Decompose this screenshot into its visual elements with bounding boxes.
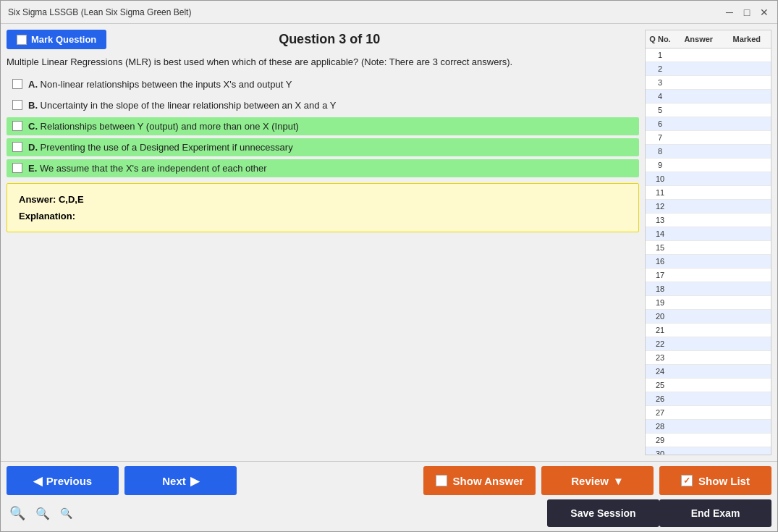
side-cell-answer: [675, 227, 723, 240]
side-cell-num: 2: [646, 62, 675, 75]
side-row-9[interactable]: 9: [646, 159, 771, 172]
side-row-18[interactable]: 18: [646, 282, 771, 296]
side-cell-marked: [723, 255, 771, 268]
side-row-14[interactable]: 14: [646, 227, 771, 241]
option-d-checkbox[interactable]: [12, 142, 22, 152]
side-cell-num: 23: [646, 351, 675, 364]
side-row-20[interactable]: 20: [646, 310, 771, 324]
side-row-2[interactable]: 2: [646, 62, 771, 76]
option-a[interactable]: A. Non-linear relationships between the …: [7, 75, 639, 93]
side-row-21[interactable]: 21: [646, 324, 771, 337]
app-window: Six Sigma LSSGB (Lean Six Sigma Green Be…: [0, 0, 778, 532]
review-button[interactable]: Review ▼: [541, 466, 654, 495]
next-label: Next: [162, 475, 186, 487]
save-session-button[interactable]: Save Session: [547, 499, 659, 527]
side-row-24[interactable]: 24: [646, 365, 771, 379]
minimize-button[interactable]: ─: [724, 7, 735, 18]
main-content: Mark Question Question 3 of 10 Multiple …: [1, 24, 777, 461]
side-cell-answer: [675, 48, 723, 62]
answer-box: Answer: C,D,E Explanation:: [7, 183, 639, 232]
side-cell-marked: [723, 48, 771, 62]
option-e-checkbox[interactable]: [12, 163, 22, 173]
utility-row: 🔍 🔍 🔍 Save Session End Exam: [7, 499, 771, 527]
answer-text: Answer: C,D,E: [19, 194, 627, 205]
side-cell-num: 6: [646, 117, 675, 130]
side-row-3[interactable]: 3: [646, 76, 771, 90]
option-a-checkbox[interactable]: [12, 79, 22, 89]
side-row-6[interactable]: 6: [646, 117, 771, 131]
side-cell-num: 17: [646, 269, 675, 282]
side-cell-marked: [723, 447, 771, 455]
side-row-28[interactable]: 28: [646, 420, 771, 434]
option-c-checkbox[interactable]: [12, 121, 22, 131]
col-marked: Marked: [723, 33, 771, 45]
side-cell-num: 1: [646, 48, 675, 62]
side-cell-answer: [675, 351, 723, 364]
side-row-16[interactable]: 16: [646, 255, 771, 269]
side-cell-answer: [675, 62, 723, 75]
close-button[interactable]: ✕: [758, 7, 770, 18]
side-row-19[interactable]: 19: [646, 296, 771, 310]
side-row-26[interactable]: 26: [646, 392, 771, 406]
side-cell-marked: [723, 172, 771, 185]
side-cell-marked: [723, 337, 771, 350]
side-row-17[interactable]: 17: [646, 269, 771, 282]
option-d[interactable]: D. Preventing the use of a Designed Expe…: [7, 138, 639, 156]
zoom-out-button[interactable]: 🔍: [57, 506, 75, 520]
maximize-button[interactable]: □: [741, 7, 753, 18]
side-cell-num: 22: [646, 337, 675, 350]
option-e[interactable]: E. We assume that the X's are independen…: [7, 159, 639, 177]
option-b[interactable]: B. Uncertainty in the slope of the linea…: [7, 96, 639, 114]
side-cell-num: 3: [646, 76, 675, 89]
side-row-4[interactable]: 4: [646, 90, 771, 104]
side-cell-marked: [723, 145, 771, 158]
option-c[interactable]: C. Relationships between Y (output) and …: [7, 117, 639, 135]
option-d-text: D. Preventing the use of a Designed Expe…: [28, 142, 293, 153]
side-row-1[interactable]: 1: [646, 48, 771, 62]
show-answer-checkbox-icon: [436, 475, 447, 486]
option-b-checkbox[interactable]: [12, 100, 22, 110]
mark-question-button[interactable]: Mark Question: [7, 30, 106, 49]
side-row-10[interactable]: 10: [646, 172, 771, 186]
side-row-27[interactable]: 27: [646, 406, 771, 420]
side-cell-marked: [723, 434, 771, 447]
side-row-12[interactable]: 12: [646, 200, 771, 214]
side-cell-marked: [723, 104, 771, 117]
side-cell-num: 8: [646, 145, 675, 158]
mark-question-label: Mark Question: [31, 34, 96, 45]
side-row-5[interactable]: 5: [646, 104, 771, 117]
side-cell-marked: [723, 62, 771, 75]
zoom-normal-button[interactable]: 🔍: [33, 505, 53, 522]
side-row-15[interactable]: 15: [646, 241, 771, 255]
side-row-30[interactable]: 30: [646, 447, 771, 455]
show-answer-button[interactable]: Show Answer: [423, 466, 536, 495]
question-title: Question 3 of 10: [279, 32, 380, 47]
side-row-22[interactable]: 22: [646, 337, 771, 351]
previous-button[interactable]: ◀ Previous: [7, 466, 119, 495]
side-cell-marked: [723, 420, 771, 433]
side-cell-answer: [675, 255, 723, 268]
side-row-29[interactable]: 29: [646, 434, 771, 447]
option-b-text: B. Uncertainty in the slope of the linea…: [28, 100, 336, 111]
side-cell-num: 21: [646, 324, 675, 337]
side-row-13[interactable]: 13: [646, 214, 771, 227]
zoom-in-button[interactable]: 🔍: [7, 504, 28, 523]
side-row-7[interactable]: 7: [646, 131, 771, 145]
show-list-button[interactable]: Show List: [659, 466, 771, 495]
side-cell-answer: [675, 117, 723, 130]
next-button[interactable]: Next ▶: [124, 466, 237, 495]
side-row-8[interactable]: 8: [646, 145, 771, 159]
option-c-text: C. Relationships between Y (output) and …: [28, 121, 299, 132]
show-answer-label: Show Answer: [453, 475, 524, 487]
side-cell-num: 24: [646, 365, 675, 378]
side-cell-num: 13: [646, 214, 675, 227]
side-row-23[interactable]: 23: [646, 351, 771, 365]
side-row-25[interactable]: 25: [646, 379, 771, 392]
side-cell-marked: [723, 241, 771, 254]
side-cell-marked: [723, 365, 771, 378]
side-cell-num: 4: [646, 90, 675, 103]
side-row-11[interactable]: 11: [646, 186, 771, 200]
side-cell-num: 9: [646, 159, 675, 172]
end-exam-button[interactable]: End Exam: [659, 499, 771, 527]
side-cell-num: 28: [646, 420, 675, 433]
